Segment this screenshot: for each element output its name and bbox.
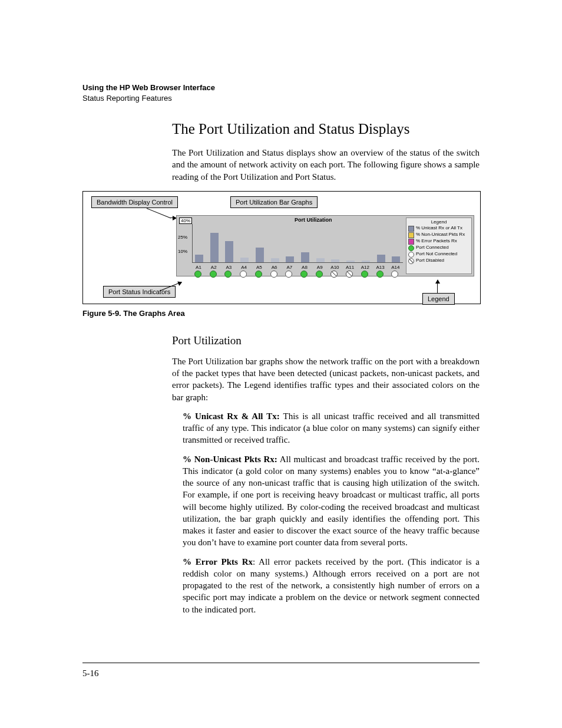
legend-label-3: Port Connected (416, 245, 449, 251)
bar-A5 (256, 248, 264, 262)
bar-A6 (271, 258, 279, 262)
bar-A7 (286, 256, 294, 262)
xlabel-A5: A5 (253, 265, 265, 270)
port-status-A11 (346, 271, 353, 278)
port-status-A2 (210, 271, 217, 278)
legend-item-0: % Unicast Rx or All Tx (408, 226, 470, 232)
chapter-title: Using the HP Web Browser Interface (82, 83, 480, 93)
port-status-A13 (376, 271, 384, 278)
callout-port-status-indicators: Port Status Indicators (103, 286, 176, 298)
xlabel-A4: A4 (238, 265, 250, 270)
xlabel-A10: A10 (329, 265, 340, 270)
xlabel-A12: A12 (359, 265, 371, 270)
bar-A11 (346, 261, 355, 262)
bar-A4 (240, 258, 249, 262)
xlabel-A14: A14 (389, 265, 401, 270)
callout-bandwidth-display-control: Bandwidth Display Control (91, 196, 178, 208)
bar-A14 (392, 256, 400, 262)
legend-item-5: Port Disabled (408, 258, 470, 264)
legend-label-5: Port Disabled (416, 258, 444, 263)
xlabel-A1: A1 (193, 265, 204, 270)
legend-swatch-0 (408, 226, 414, 232)
bullet-text-1: All multicast and broadcast traffic rece… (183, 454, 480, 548)
port-status-A1 (194, 271, 201, 278)
port-status-A9 (316, 271, 323, 278)
chart-plot-area (192, 224, 403, 263)
intro-paragraph: The Port Utilization and Status displays… (172, 147, 480, 183)
heading-port-utilization-status: The Port Utilization and Status Displays (172, 121, 480, 137)
ytick-25: 25% (178, 235, 187, 240)
legend-swatch-3 (408, 245, 414, 251)
port-status-A12 (361, 271, 368, 278)
running-header: Using the HP Web Browser Interface Statu… (82, 83, 480, 103)
xlabel-A2: A2 (208, 265, 220, 270)
legend-label-2: % Error Packets Rx (416, 239, 457, 244)
port-status-A8 (300, 271, 308, 278)
chart-title: Port Utilization (295, 217, 332, 223)
bandwidth-scale-selector[interactable]: 40% (179, 218, 192, 224)
bullet-1: % Non-Unicast Pkts Rx: All multicast and… (183, 453, 480, 549)
legend-label-1: % Non-Unicast Pkts Rx (416, 232, 465, 238)
bullet-2: % Error Pkts Rx: All error packets recei… (183, 556, 480, 615)
bar-A10 (331, 259, 339, 262)
legend-swatch-5 (408, 258, 414, 264)
xlabel-A3: A3 (223, 265, 234, 270)
port-status-A4 (240, 271, 247, 278)
port-status-A10 (330, 271, 338, 278)
bar-A1 (195, 255, 203, 262)
legend-label-4: Port Not Connected (416, 252, 457, 257)
legend-item-2: % Error Packets Rx (408, 239, 470, 245)
figure-caption: Figure 5-9. The Graphs Area (82, 309, 480, 318)
bullet-lead-0: % Unicast Rx & All Tx: (183, 411, 280, 421)
xlabel-A13: A13 (375, 265, 386, 270)
legend-label-0: % Unicast Rx or All Tx (416, 226, 462, 231)
port-utilization-chart: Port Utilization 40% 25% 10% Legend % Un… (176, 215, 474, 276)
callout-port-utilization-bar-graphs: Port Utilization Bar Graphs (230, 196, 318, 208)
port-status-A5 (255, 271, 262, 278)
bar-A12 (362, 261, 370, 262)
bar-A8 (301, 252, 309, 262)
bar-A9 (316, 258, 325, 262)
port-status-A14 (391, 271, 398, 278)
port-status-A3 (224, 271, 232, 278)
legend-swatch-1 (408, 232, 414, 238)
chart-legend: Legend % Unicast Rx or All Tx% Non-Unica… (406, 218, 472, 274)
bullet-lead-2: % Error Pkts Rx (183, 557, 253, 566)
xlabel-A8: A8 (299, 265, 310, 270)
bullet-0: % Unicast Rx & All Tx: This is all unica… (183, 410, 480, 446)
port-status-A6 (270, 271, 277, 278)
legend-title: Legend (408, 219, 470, 225)
footer-rule (82, 663, 480, 663)
legend-swatch-4 (408, 252, 414, 258)
figure-graphs-area: Bandwidth Display Control Port Utilizati… (82, 191, 481, 304)
legend-item-3: Port Connected (408, 245, 470, 251)
ytick-10: 10% (178, 249, 187, 254)
xlabel-A7: A7 (283, 265, 295, 270)
section-title: Status Reporting Features (82, 93, 480, 104)
bar-A13 (377, 255, 385, 262)
port-utilization-intro: The Port Utilization bar graphs show the… (172, 355, 480, 403)
legend-item-1: % Non-Unicast Pkts Rx (408, 232, 470, 238)
xlabel-A9: A9 (314, 265, 326, 270)
bullet-lead-1: % Non-Unicast Pkts Rx: (183, 454, 277, 464)
bar-A2 (210, 233, 219, 262)
legend-swatch-2 (408, 239, 414, 245)
callout-legend: Legend (422, 293, 455, 305)
xlabel-A11: A11 (344, 265, 356, 270)
page-number: 5-16 (82, 668, 99, 678)
bar-A3 (225, 241, 233, 262)
port-status-A7 (285, 271, 292, 278)
heading-port-utilization: Port Utilization (172, 334, 480, 347)
xlabel-A6: A6 (269, 265, 280, 270)
legend-item-4: Port Not Connected (408, 252, 470, 258)
